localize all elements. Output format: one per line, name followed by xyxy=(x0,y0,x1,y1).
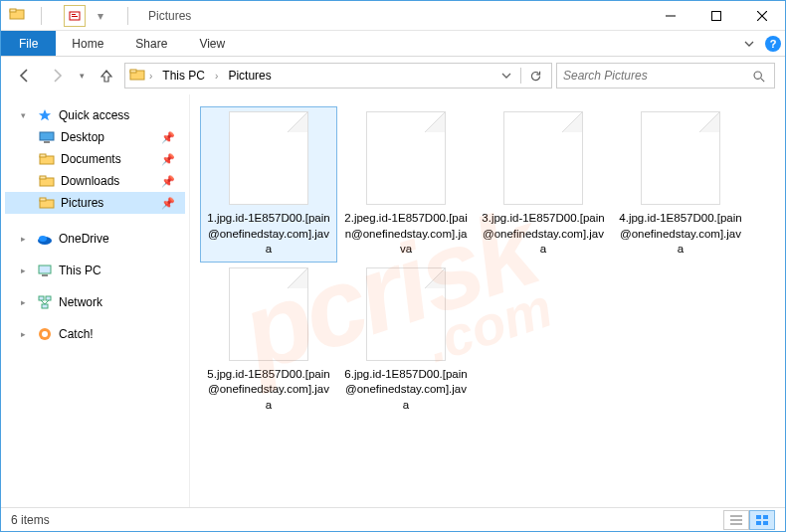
file-item[interactable]: 3.jpg.id-1E857D00.[pain@onefinedstay.com… xyxy=(475,106,612,263)
help-icon: ? xyxy=(765,36,781,52)
status-bar: 6 items xyxy=(1,507,785,531)
icons-view-button[interactable] xyxy=(749,510,775,530)
file-name: 2.jpeg.id-1E857D00.[pain@onefinedstay.co… xyxy=(342,211,470,258)
sidebar-item-label: OneDrive xyxy=(59,232,109,246)
window-title: Pictures xyxy=(148,9,191,23)
svg-line-12 xyxy=(760,78,763,81)
minimize-button[interactable] xyxy=(648,1,693,31)
tab-home[interactable]: Home xyxy=(56,31,119,56)
crumb-pictures[interactable]: Pictures xyxy=(222,64,277,88)
qat-properties-icon[interactable] xyxy=(64,5,86,27)
folder-icon xyxy=(129,67,145,86)
sidebar-item-catch[interactable]: Catch! xyxy=(5,323,185,345)
chevron-right-icon xyxy=(21,266,31,275)
separator xyxy=(41,7,42,25)
svg-line-30 xyxy=(45,300,49,304)
sidebar-item-network[interactable]: Network xyxy=(5,291,185,313)
details-view-button[interactable] xyxy=(723,510,749,530)
forward-button[interactable] xyxy=(43,62,71,89)
address-path[interactable]: › This PC › Pictures xyxy=(124,63,552,89)
maximize-button[interactable] xyxy=(693,1,739,31)
file-item[interactable]: 2.jpeg.id-1E857D00.[pain@onefinedstay.co… xyxy=(337,106,475,263)
svg-rect-19 xyxy=(40,176,46,179)
sidebar-item-documents[interactable]: Documents📌 xyxy=(5,148,185,170)
sidebar-item-label: Catch! xyxy=(59,327,94,341)
svg-rect-37 xyxy=(763,515,768,519)
file-item[interactable]: 4.jpg.id-1E857D00.[pain@onefinedstay.com… xyxy=(612,106,749,263)
chevron-right-icon xyxy=(21,297,31,307)
content-pane[interactable]: 1.jpg.id-1E857D00.[pain@onefinedstay.com… xyxy=(190,94,785,507)
file-item[interactable]: 6.jpg.id-1E857D00.[pain@onefinedstay.com… xyxy=(337,263,475,419)
chevron-right-icon xyxy=(21,329,31,339)
svg-line-29 xyxy=(41,300,45,304)
separator xyxy=(520,68,521,84)
tab-share[interactable]: Share xyxy=(119,31,183,56)
svg-rect-28 xyxy=(42,304,48,308)
qat-new-folder-icon[interactable]: ▾ xyxy=(90,5,111,27)
svg-rect-15 xyxy=(44,141,50,143)
file-name: 1.jpg.id-1E857D00.[pain@onefinedstay.com… xyxy=(205,211,332,258)
sidebar-item-label: Network xyxy=(59,295,102,309)
sidebar-item-label: Desktop xyxy=(61,130,104,144)
sidebar-item-thispc[interactable]: This PC xyxy=(5,260,185,281)
folder-icon xyxy=(39,195,55,211)
search-box[interactable] xyxy=(556,63,775,89)
file-icon xyxy=(229,267,308,361)
explorer-app-icon xyxy=(9,6,25,25)
ribbon-expand-icon[interactable] xyxy=(737,31,761,56)
file-tab[interactable]: File xyxy=(1,31,56,56)
address-bar: ▾ › This PC › Pictures xyxy=(1,57,785,94)
file-name: 5.jpg.id-1E857D00.[pain@onefinedstay.com… xyxy=(205,367,332,414)
sidebar-item-label: Documents xyxy=(61,152,121,166)
search-input[interactable] xyxy=(563,69,748,83)
tab-view[interactable]: View xyxy=(183,31,241,56)
help-button[interactable]: ? xyxy=(761,31,785,56)
sidebar-item-onedrive[interactable]: OneDrive xyxy=(5,228,185,250)
sidebar-quick-access[interactable]: Quick access xyxy=(5,104,185,126)
crumb-this-pc[interactable]: This PC xyxy=(156,64,211,88)
desktop-icon xyxy=(39,129,55,145)
file-icon xyxy=(229,111,308,205)
svg-point-11 xyxy=(754,72,761,79)
sidebar-item-label: Quick access xyxy=(59,108,129,122)
svg-rect-27 xyxy=(46,296,51,300)
svg-point-32 xyxy=(42,331,48,337)
svg-marker-13 xyxy=(39,109,51,120)
file-item[interactable]: 5.jpg.id-1E857D00.[pain@onefinedstay.com… xyxy=(200,263,337,419)
file-item[interactable]: 1.jpg.id-1E857D00.[pain@onefinedstay.com… xyxy=(200,106,337,263)
svg-rect-14 xyxy=(40,132,54,140)
chevron-right-icon[interactable]: › xyxy=(147,71,154,82)
close-button[interactable] xyxy=(739,1,785,31)
sidebar-item-downloads[interactable]: Downloads📌 xyxy=(5,170,185,192)
thispc-icon xyxy=(37,263,53,278)
svg-rect-21 xyxy=(40,198,46,201)
svg-rect-25 xyxy=(42,274,48,276)
file-name: 6.jpg.id-1E857D00.[pain@onefinedstay.com… xyxy=(342,367,470,414)
file-icon xyxy=(366,267,446,361)
sidebar-item-label: This PC xyxy=(59,264,101,277)
pin-icon: 📌 xyxy=(161,197,175,210)
star-icon xyxy=(37,107,53,123)
svg-rect-38 xyxy=(756,521,761,525)
sidebar-item-desktop[interactable]: Desktop📌 xyxy=(5,126,185,148)
catch-icon xyxy=(37,326,53,342)
file-name: 4.jpg.id-1E857D00.[pain@onefinedstay.com… xyxy=(617,211,744,258)
main-area: Quick access Desktop📌Documents📌Downloads… xyxy=(1,94,785,507)
sidebar-item-label: Pictures xyxy=(61,196,103,210)
svg-rect-6 xyxy=(712,11,721,20)
svg-rect-1 xyxy=(10,9,16,12)
up-button[interactable] xyxy=(93,62,120,89)
history-dropdown-icon[interactable]: ▾ xyxy=(75,62,89,89)
svg-rect-10 xyxy=(130,70,136,73)
sidebar-item-pictures[interactable]: Pictures📌 xyxy=(5,192,185,214)
address-dropdown-icon[interactable] xyxy=(494,64,518,88)
search-icon[interactable] xyxy=(748,70,768,83)
separator xyxy=(127,7,128,25)
svg-rect-26 xyxy=(39,296,44,300)
chevron-right-icon[interactable]: › xyxy=(213,71,220,82)
ribbon: File Home Share View ? xyxy=(1,31,785,57)
refresh-button[interactable] xyxy=(523,64,547,88)
svg-rect-24 xyxy=(39,266,51,273)
file-icon xyxy=(503,111,583,205)
back-button[interactable] xyxy=(11,62,39,89)
